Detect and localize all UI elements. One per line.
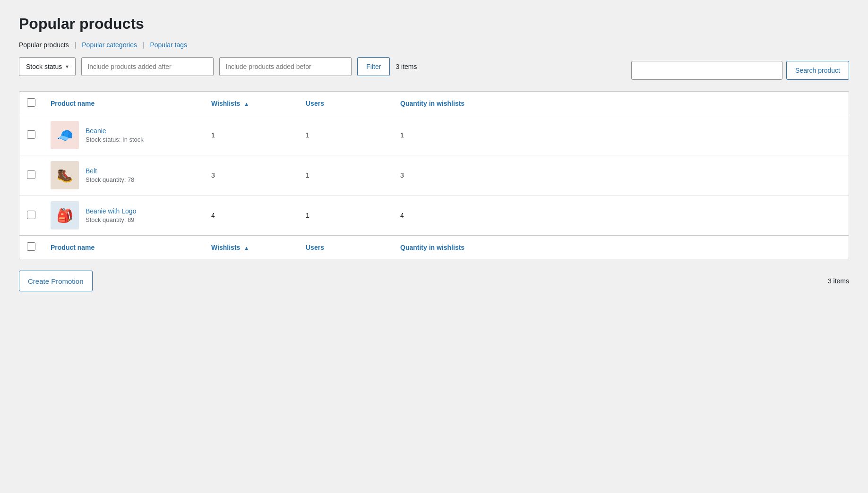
row-product-cell: 🥾 Belt Stock quantity: 78 xyxy=(43,155,204,196)
nav-tab-popular-tags[interactable]: Popular tags xyxy=(150,41,187,49)
nav-tabs: Popular products | Popular categories | … xyxy=(19,41,849,49)
row-checkbox-cell[interactable] xyxy=(19,155,43,196)
search-button[interactable]: Search product xyxy=(786,61,849,80)
product-thumbnail: 🎒 xyxy=(51,201,79,230)
sort-arrow-wishlists: ▲ xyxy=(244,101,249,107)
row-qty-wishlists: 1 xyxy=(393,115,849,155)
row-wishlists: 3 xyxy=(204,155,298,196)
product-cell: 🧢 Beanie Stock status: In stock xyxy=(51,121,196,149)
product-meta: Stock status: In stock xyxy=(86,136,144,143)
products-table: Product name Wishlists ▲ Users Quantity … xyxy=(19,92,849,259)
nav-tab-popular-categories[interactable]: Popular categories xyxy=(82,41,137,49)
search-area: Search product xyxy=(631,61,849,80)
table-row: 🧢 Beanie Stock status: In stock 1 1 1 xyxy=(19,115,849,155)
row-checkbox[interactable] xyxy=(27,130,35,139)
nav-sep-2: | xyxy=(141,41,146,49)
product-meta: Stock quantity: 89 xyxy=(86,216,136,223)
footer-select-all-checkbox[interactable] xyxy=(27,242,35,251)
row-checkbox-cell[interactable] xyxy=(19,196,43,236)
footer-qty-wishlists[interactable]: Quantity in wishlists xyxy=(393,236,849,259)
footer-checkbox-cell[interactable] xyxy=(19,236,43,259)
search-input[interactable] xyxy=(631,61,782,80)
table-row: 🥾 Belt Stock quantity: 78 3 1 3 xyxy=(19,155,849,196)
table-row: 🎒 Beanie with Logo Stock quantity: 89 4 … xyxy=(19,196,849,236)
product-info: Belt Stock quantity: 78 xyxy=(86,167,134,183)
header-product-name[interactable]: Product name xyxy=(43,92,204,115)
footer-users[interactable]: Users xyxy=(298,236,393,259)
row-users: 1 xyxy=(298,115,393,155)
nav-tab-popular-products[interactable]: Popular products xyxy=(19,41,69,49)
row-product-cell: 🧢 Beanie Stock status: In stock xyxy=(43,115,204,155)
header-users[interactable]: Users xyxy=(298,92,393,115)
create-promotion-button[interactable]: Create Promotion xyxy=(19,271,93,291)
row-users: 1 xyxy=(298,196,393,236)
row-checkbox[interactable] xyxy=(27,170,35,179)
header-wishlists[interactable]: Wishlists ▲ xyxy=(204,92,298,115)
product-thumbnail: 🥾 xyxy=(51,161,79,189)
product-info: Beanie with Logo Stock quantity: 89 xyxy=(86,207,136,223)
table-footer-row: Product name Wishlists ▲ Users Quantity … xyxy=(19,236,849,259)
table-header-row: Product name Wishlists ▲ Users Quantity … xyxy=(19,92,849,115)
products-table-wrap: Product name Wishlists ▲ Users Quantity … xyxy=(19,91,849,259)
product-info: Beanie Stock status: In stock xyxy=(86,127,144,143)
product-name-link[interactable]: Beanie xyxy=(86,127,144,135)
product-meta: Stock quantity: 78 xyxy=(86,176,134,183)
bottom-row: Create Promotion 3 items xyxy=(19,271,849,291)
items-count-top: 3 items xyxy=(395,63,417,70)
footer-wishlists[interactable]: Wishlists ▲ xyxy=(204,236,298,259)
product-name-link[interactable]: Belt xyxy=(86,167,134,175)
date-after-input[interactable] xyxy=(81,57,214,76)
date-before-input[interactable] xyxy=(219,57,352,76)
header-checkbox-cell[interactable] xyxy=(19,92,43,115)
page-title: Popular products xyxy=(19,15,849,33)
row-wishlists: 4 xyxy=(204,196,298,236)
chevron-down-icon: ▾ xyxy=(66,63,69,70)
filter-controls: Stock status ▾ Filter 3 items xyxy=(19,57,417,76)
row-users: 1 xyxy=(298,155,393,196)
top-controls-row: Stock status ▾ Filter 3 items Search pro… xyxy=(19,57,849,84)
product-name-link[interactable]: Beanie with Logo xyxy=(86,207,136,215)
footer-sort-arrow-wishlists: ▲ xyxy=(244,245,249,251)
row-product-cell: 🎒 Beanie with Logo Stock quantity: 89 xyxy=(43,196,204,236)
product-cell: 🎒 Beanie with Logo Stock quantity: 89 xyxy=(51,201,196,230)
footer-product-name[interactable]: Product name xyxy=(43,236,204,259)
select-all-checkbox[interactable] xyxy=(27,98,35,107)
nav-sep-1: | xyxy=(73,41,78,49)
stock-status-dropdown[interactable]: Stock status ▾ xyxy=(19,57,76,76)
filter-button[interactable]: Filter xyxy=(357,57,390,76)
stock-status-label: Stock status xyxy=(26,63,62,70)
product-cell: 🥾 Belt Stock quantity: 78 xyxy=(51,161,196,189)
row-checkbox-cell[interactable] xyxy=(19,115,43,155)
row-checkbox[interactable] xyxy=(27,211,35,219)
row-qty-wishlists: 4 xyxy=(393,196,849,236)
items-count-bottom: 3 items xyxy=(828,277,849,285)
row-wishlists: 1 xyxy=(204,115,298,155)
header-qty-wishlists[interactable]: Quantity in wishlists xyxy=(393,92,849,115)
row-qty-wishlists: 3 xyxy=(393,155,849,196)
product-thumbnail: 🧢 xyxy=(51,121,79,149)
